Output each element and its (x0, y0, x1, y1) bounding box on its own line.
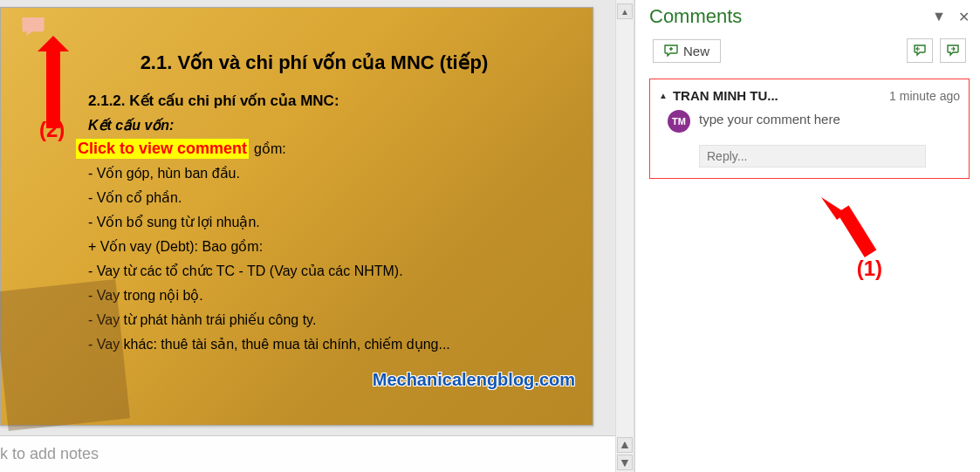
slide-content: 2.1. Vốn và chi phí vốn của MNC (tiếp) 2… (1, 8, 593, 376)
comment-card[interactable]: ▲ TRAN MINH TU... 1 minute ago TM type y… (649, 79, 970, 179)
slide-text-line: - Vốn góp, hùn ban đầu. (88, 163, 540, 184)
slide-subheading-2: Kết cấu vốn: (88, 117, 540, 133)
slide-title: 2.1. Vốn và chi phí vốn của MNC (tiếp) (88, 51, 540, 74)
svg-marker-1 (38, 36, 69, 51)
next-comment-button[interactable] (940, 38, 966, 63)
prev-comment-button[interactable] (907, 38, 933, 63)
new-comment-label: New (683, 44, 709, 58)
panel-options-button[interactable]: ▼ (933, 10, 945, 23)
vertical-scrollbar[interactable]: ▲ ⯅ ⯆ (615, 0, 634, 472)
svg-rect-2 (46, 50, 60, 128)
scroll-next-slide-button[interactable]: ⯆ (617, 455, 633, 470)
slide-text-line: - Vay khác: thuê tài sản, thuê mua tài c… (88, 334, 540, 355)
avatar: TM (668, 110, 690, 133)
reply-input[interactable] (699, 145, 926, 168)
slide-text-line: - Vốn cổ phần. (88, 188, 540, 209)
slide-text-line: - Vốn bổ sung từ lợi nhuận. (88, 212, 540, 233)
scroll-up-button[interactable]: ▲ (617, 3, 633, 19)
scroll-prev-slide-button[interactable]: ⯅ (617, 437, 633, 453)
comment-author: TRAN MINH TU... (673, 88, 778, 103)
slide: (2) Click to view comment 2.1. Vốn và ch… (0, 7, 593, 426)
new-comment-icon (664, 44, 678, 57)
panel-close-button[interactable]: ✕ (957, 10, 970, 23)
annotation-arrow-1 (821, 197, 882, 270)
watermark-text: Mechanicalengblog.com (373, 370, 575, 390)
slide-text-line: + Vốn vay (Debt): Bao gồm: (88, 236, 540, 257)
annotation-highlight: Click to view comment (76, 139, 249, 159)
slide-text-line: gồm: (254, 139, 540, 160)
panel-title: Comments (649, 5, 742, 28)
slide-text-line: - Vay từ phát hành trái phiếu công ty. (88, 310, 540, 331)
collapse-toggle-icon[interactable]: ▲ (659, 91, 668, 100)
annotation-arrow-2 (31, 36, 71, 135)
comment-text[interactable]: type your comment here (699, 110, 840, 127)
slide-subheading-1: 2.1.2. Kết cấu chi phí vốn của MNC: (88, 92, 540, 110)
notes-placeholder[interactable]: k to add notes (0, 435, 615, 472)
comment-time: 1 minute ago (889, 89, 960, 103)
svg-rect-6 (837, 206, 876, 257)
new-comment-button[interactable]: New (653, 39, 721, 63)
comments-panel: Comments ▼ ✕ New (634, 0, 980, 472)
comment-marker-icon[interactable] (20, 15, 46, 38)
slide-text-line: - Vay từ các tổ chức TC - TD (Vay của cá… (88, 261, 540, 282)
slide-text-line: - Vay trong nội bộ. (88, 285, 540, 306)
